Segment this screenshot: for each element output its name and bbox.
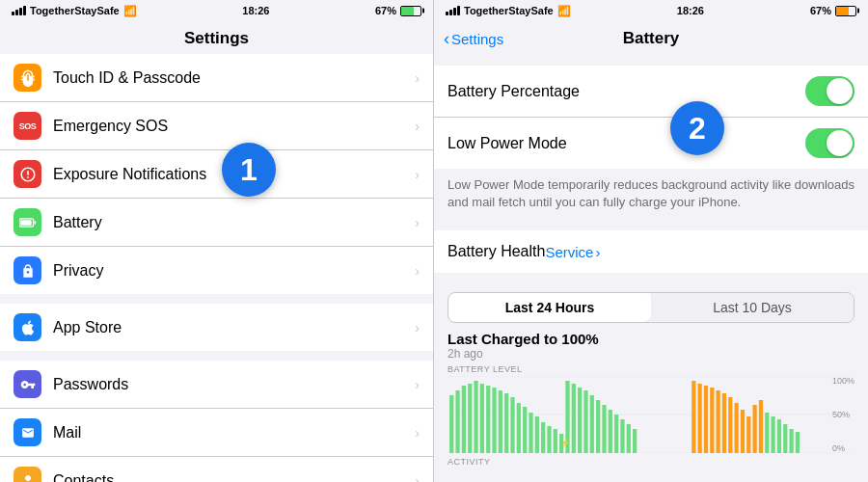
settings-row-exposure[interactable]: Exposure Notifications › [0, 150, 433, 199]
svg-rect-46 [746, 416, 750, 453]
wifi-icon: 📶 [123, 5, 137, 17]
svg-rect-43 [728, 397, 732, 453]
low-power-label: Low Power Mode [448, 135, 805, 152]
privacy-icon [14, 256, 41, 284]
settings-list: Touch ID & Passcode › SOS Emergency SOS … [0, 54, 433, 482]
battery-level-label: BATTERY LEVEL [448, 364, 854, 374]
svg-rect-47 [753, 405, 757, 453]
svg-rect-49 [765, 413, 769, 453]
settings-group-1: Touch ID & Passcode › SOS Emergency SOS … [0, 54, 433, 294]
svg-rect-32 [609, 410, 612, 453]
svg-rect-10 [474, 381, 477, 453]
time-left: 18:26 [242, 5, 269, 16]
y-label-100: 100% [832, 376, 854, 386]
battery-health-label: Battery Health [448, 243, 545, 260]
status-left: TogetherStaySafe 📶 [12, 5, 137, 17]
battery-percent-left: 67% [375, 5, 396, 16]
y-label-0: 0% [832, 443, 854, 453]
charge-sub: 2h ago [448, 347, 854, 361]
svg-rect-42 [722, 393, 726, 453]
passwords-label: Passwords [53, 376, 411, 393]
svg-rect-15 [504, 393, 508, 453]
battery-label: Battery [53, 214, 411, 231]
signal-icon-right [446, 6, 460, 15]
settings-row-battery[interactable]: Battery › [0, 199, 433, 247]
svg-rect-48 [759, 400, 763, 453]
service-link[interactable]: Service › [545, 244, 600, 260]
settings-row-mail[interactable]: Mail › [0, 409, 433, 457]
status-bar-left: TogetherStaySafe 📶 18:26 67% [0, 0, 433, 21]
chevron-sos: › [415, 119, 420, 134]
svg-rect-20 [535, 416, 539, 453]
tab-24hours[interactable]: Last 24 Hours [448, 293, 651, 322]
battery-icon-left [400, 6, 421, 16]
svg-rect-53 [789, 429, 793, 453]
svg-rect-38 [698, 384, 702, 453]
svg-rect-6 [449, 395, 453, 453]
svg-rect-22 [547, 426, 551, 453]
settings-row-touchid[interactable]: Touch ID & Passcode › [0, 54, 433, 102]
privacy-label: Privacy [53, 262, 411, 280]
settings-row-sos[interactable]: SOS Emergency SOS › [0, 102, 433, 150]
battery-toggles-group: Battery Percentage Low Power Mode [434, 66, 868, 169]
svg-rect-18 [523, 407, 527, 453]
back-button[interactable]: ‹ Settings [444, 29, 503, 49]
sos-icon: SOS [14, 112, 41, 140]
settings-row-privacy[interactable]: Privacy › [0, 247, 433, 294]
mail-icon [14, 418, 41, 446]
low-power-row[interactable]: Low Power Mode [434, 118, 868, 169]
separator [434, 273, 868, 282]
svg-rect-50 [771, 416, 774, 453]
settings-group-2: App Store › [0, 304, 433, 351]
passwords-icon [14, 370, 41, 398]
battery-percentage-row[interactable]: Battery Percentage [434, 66, 868, 118]
svg-rect-30 [596, 400, 600, 453]
svg-rect-21 [541, 422, 545, 453]
svg-rect-33 [614, 415, 618, 453]
service-text: Service [545, 244, 593, 260]
sos-label: Emergency SOS [53, 118, 411, 135]
settings-row-passwords[interactable]: Passwords › [0, 361, 433, 409]
svg-rect-41 [717, 390, 720, 453]
contacts-label: Contacts [53, 472, 411, 483]
battery-screen: TogetherStaySafe 📶 18:26 67% ‹ Settings … [434, 0, 868, 482]
svg-rect-51 [777, 419, 781, 453]
settings-row-contacts[interactable]: Contacts › [0, 457, 433, 482]
svg-text:⚡: ⚡ [560, 439, 571, 449]
svg-rect-7 [455, 390, 459, 453]
svg-rect-17 [517, 403, 521, 453]
contacts-icon [14, 467, 41, 482]
back-label: Settings [451, 31, 503, 47]
tab-10days[interactable]: Last 10 Days [651, 293, 854, 322]
svg-rect-14 [499, 390, 502, 453]
battery-chart-svg: ⚡ [448, 376, 854, 453]
chevron-passwords: › [415, 377, 420, 392]
battery-percentage-label: Battery Percentage [448, 83, 805, 100]
chevron-appstore: › [415, 320, 420, 335]
low-power-toggle[interactable] [805, 128, 854, 158]
service-chevron-icon: › [595, 244, 600, 260]
svg-rect-27 [578, 388, 582, 453]
svg-rect-52 [783, 424, 787, 453]
time-tabs: Last 24 Hours Last 10 Days [448, 292, 854, 323]
step-badge-2: 2 [670, 101, 724, 155]
svg-rect-36 [633, 429, 637, 453]
svg-rect-39 [704, 386, 708, 453]
svg-rect-45 [741, 410, 745, 453]
battery-health-group: Battery Health Service › [434, 230, 868, 273]
mail-label: Mail [53, 424, 411, 442]
settings-row-appstore[interactable]: App Store › [0, 304, 433, 351]
screen-title-settings: Settings [0, 21, 433, 54]
time-right: 18:26 [677, 5, 704, 16]
step-badge-1: 1 [222, 143, 276, 197]
settings-group-3: Passwords › Mail › Contacts › [0, 361, 433, 482]
battery-percentage-toggle[interactable] [805, 76, 854, 106]
svg-rect-26 [572, 384, 576, 453]
chevron-contacts: › [415, 473, 420, 483]
svg-rect-28 [583, 390, 587, 453]
appstore-label: App Store [53, 319, 411, 336]
touchid-icon [14, 64, 41, 92]
svg-rect-12 [486, 386, 490, 453]
battery-health-row[interactable]: Battery Health Service › [434, 230, 868, 273]
settings-screen: TogetherStaySafe 📶 18:26 67% Settings To… [0, 0, 434, 482]
